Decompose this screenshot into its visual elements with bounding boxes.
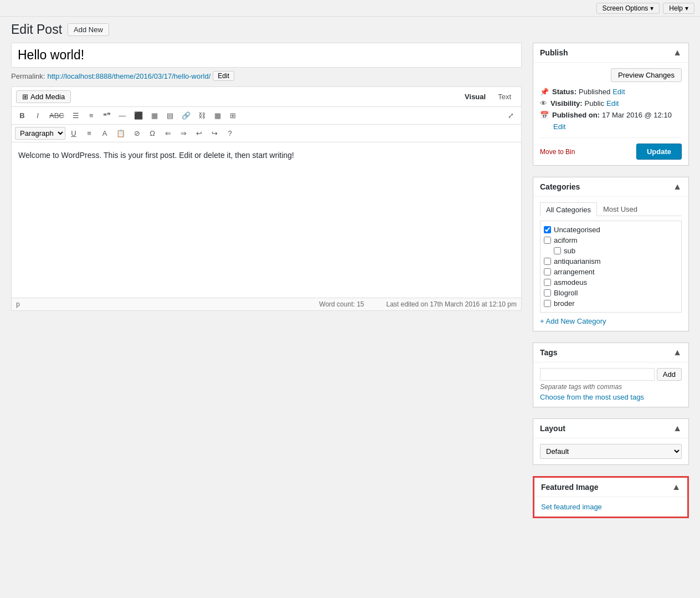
featured-image-box-header[interactable]: Featured Image ▲: [534, 478, 687, 497]
unlink-button[interactable]: ⛓: [195, 109, 209, 122]
ordered-list-button[interactable]: ≡: [84, 109, 99, 122]
justify-button[interactable]: ≡: [82, 127, 96, 140]
publish-box-body: Preview Changes 📌 Status: Published Edit…: [533, 63, 688, 165]
categories-box-header[interactable]: Categories ▲: [533, 177, 688, 197]
post-title-input[interactable]: [11, 43, 522, 68]
help-button[interactable]: Help ▾: [663, 3, 694, 14]
read-more-button[interactable]: ▦: [210, 109, 225, 122]
category-checkbox-aciform[interactable]: [544, 237, 551, 244]
content-area: Permalink: http://localhost:8888/theme/2…: [0, 43, 700, 540]
published-on-edit-link[interactable]: Edit: [553, 122, 565, 131]
editor-content[interactable]: Welcome to WordPress. This is your first…: [12, 142, 521, 298]
italic-button[interactable]: I: [30, 109, 45, 122]
blockquote-button[interactable]: ❝❞: [100, 109, 114, 122]
editor-footer-right: Word count: 15 Last edited on 17th March…: [319, 300, 517, 308]
strikethrough-button[interactable]: ABC: [46, 109, 68, 122]
publish-box: Publish ▲ Preview Changes 📌 Status: Publ…: [533, 43, 689, 166]
featured-image-collapse-icon[interactable]: ▲: [672, 482, 681, 492]
redo-button[interactable]: ↪: [207, 127, 222, 140]
link-button[interactable]: 🔗: [178, 109, 194, 122]
unordered-list-button[interactable]: ☰: [69, 109, 83, 122]
published-on-value: 17 Mar 2016 @ 12:10: [602, 111, 672, 119]
published-on-label: Published on:: [552, 111, 600, 119]
special-chars-button[interactable]: Ω: [145, 127, 159, 140]
list-item: aciform: [544, 235, 678, 246]
indent-button[interactable]: ⇒: [176, 127, 191, 140]
permalink-edit-button[interactable]: Edit: [213, 71, 234, 81]
publish-actions: Move to Bin Update: [540, 137, 682, 160]
category-checkbox-blogroll[interactable]: [544, 289, 551, 297]
categories-box: Categories ▲ All Categories Most Used Un…: [533, 177, 689, 331]
list-item: Uncategorised: [544, 224, 678, 235]
category-checkbox-arrangement[interactable]: [544, 268, 551, 275]
visibility-edit-link[interactable]: Edit: [606, 99, 619, 108]
category-checkbox-asmodeus[interactable]: [544, 279, 551, 286]
category-label: Uncategorised: [554, 226, 600, 234]
add-new-button[interactable]: Add New: [68, 23, 109, 36]
category-checkbox-broder[interactable]: [544, 300, 551, 307]
publish-box-title: Publish: [540, 48, 568, 57]
add-new-category-link[interactable]: + Add New Category: [540, 317, 606, 325]
clear-format-button[interactable]: ⊘: [130, 127, 144, 140]
wp-admin: Screen Options ▾ Help ▾ Edit Post Add Ne…: [0, 0, 700, 598]
page-title: Edit Post: [11, 22, 62, 37]
toolbar-row-1: B I ABC ☰ ≡ ❝❞ — ⬛ ▦ ▤ 🔗 ⛓ ▦ ⊞ ⤢: [12, 107, 521, 125]
all-categories-tab[interactable]: All Categories: [540, 202, 597, 216]
tags-input[interactable]: [540, 368, 655, 381]
align-center-button[interactable]: ▦: [147, 109, 162, 122]
calendar-icon: 📅: [540, 111, 549, 119]
add-media-button[interactable]: ⊞ Add Media: [16, 90, 71, 103]
status-icon: 📌: [540, 88, 549, 96]
main-column: Permalink: http://localhost:8888/theme/2…: [11, 43, 522, 311]
layout-select[interactable]: Default Full Width Sidebar Left Sidebar …: [540, 444, 682, 459]
visibility-row: 👁 Visibility: Public Edit: [540, 99, 682, 108]
tags-box: Tags ▲ Add Separate tags with commas Cho…: [533, 343, 689, 407]
fullscreen-button[interactable]: ⤢: [503, 109, 518, 122]
layout-collapse-icon[interactable]: ▲: [673, 423, 682, 433]
screen-options-button[interactable]: Screen Options ▾: [596, 3, 660, 14]
tags-box-header[interactable]: Tags ▲: [533, 343, 688, 362]
tags-collapse-icon[interactable]: ▲: [673, 347, 682, 357]
help-editor-button[interactable]: ?: [223, 127, 237, 140]
status-edit-link[interactable]: Edit: [612, 88, 625, 96]
paragraph-select[interactable]: Paragraph Heading 1 Heading 2 Heading 3: [15, 127, 65, 140]
add-media-icon: ⊞: [22, 93, 28, 101]
category-tabs: All Categories Most Used: [540, 202, 682, 216]
paste-text-button[interactable]: 📋: [113, 127, 128, 140]
tags-box-title: Tags: [540, 348, 558, 357]
word-count: Word count: 15: [319, 300, 364, 308]
align-right-button[interactable]: ▤: [163, 109, 177, 122]
categories-collapse-icon[interactable]: ▲: [673, 182, 682, 192]
text-color-button[interactable]: A: [97, 127, 112, 140]
most-used-tab[interactable]: Most Used: [597, 202, 644, 216]
publish-box-header[interactable]: Publish ▲: [533, 43, 688, 63]
toolbar-toggle-button[interactable]: ⊞: [226, 109, 240, 122]
page-header: Edit Post Add New: [0, 17, 700, 43]
editor-content-text: Welcome to WordPress. This is your first…: [18, 149, 514, 161]
list-item: arrangement: [544, 267, 678, 277]
status-row: 📌 Status: Published Edit: [540, 88, 682, 96]
category-checkbox-sub[interactable]: [554, 247, 561, 254]
underline-button[interactable]: U: [66, 127, 81, 140]
outdent-button[interactable]: ⇐: [161, 127, 175, 140]
undo-button[interactable]: ↩: [192, 127, 206, 140]
text-tab[interactable]: Text: [492, 91, 517, 102]
category-checkbox-uncategorised[interactable]: [544, 226, 551, 233]
preview-changes-button[interactable]: Preview Changes: [611, 68, 682, 82]
align-left-button[interactable]: ⬛: [131, 109, 146, 122]
status-label: Status:: [552, 88, 577, 96]
layout-box-header[interactable]: Layout ▲: [533, 419, 688, 438]
permalink-link[interactable]: http://localhost:8888/theme/2016/03/17/h…: [47, 72, 210, 80]
list-item: asmodeus: [544, 277, 678, 288]
set-featured-image-link[interactable]: Set featured image: [541, 503, 602, 511]
category-label: broder: [554, 299, 575, 308]
horizontal-rule-button[interactable]: —: [115, 109, 130, 122]
tags-add-button[interactable]: Add: [657, 368, 682, 381]
tags-most-used-link[interactable]: Choose from the most used tags: [540, 393, 644, 401]
bold-button[interactable]: B: [15, 109, 29, 122]
update-button[interactable]: Update: [636, 144, 682, 160]
visual-tab[interactable]: Visual: [459, 91, 491, 102]
publish-collapse-icon[interactable]: ▲: [673, 48, 682, 58]
move-to-bin-link[interactable]: Move to Bin: [540, 148, 575, 156]
category-checkbox-antiquarianism[interactable]: [544, 258, 551, 265]
